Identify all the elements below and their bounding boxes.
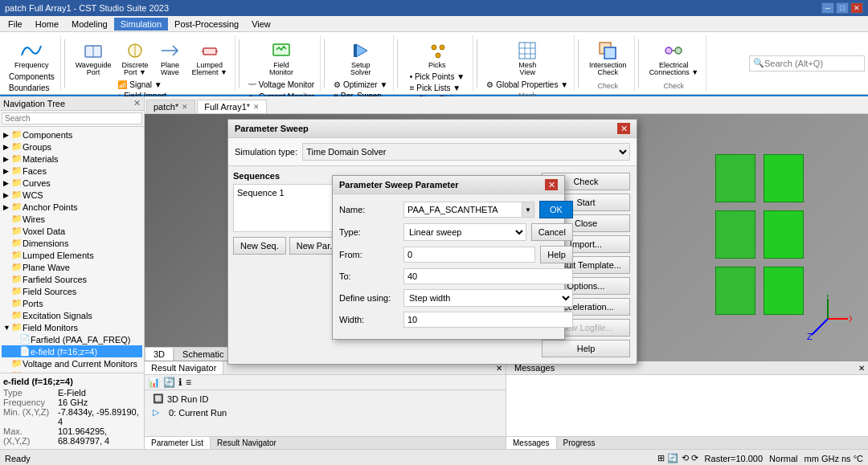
setup-solver-btn[interactable]: SetupSolver <box>346 37 376 80</box>
nav-item-farfield-paa[interactable]: 📄 Farfield (PAA_FA_FREQ) <box>2 333 142 345</box>
nav-item-dimensions[interactable]: 📁 Dimensions <box>2 237 142 249</box>
nav-item-lumped[interactable]: 📁 Lumped Elements <box>2 249 142 261</box>
maximize-btn[interactable]: □ <box>836 2 849 14</box>
nav-item-ports[interactable]: 📁 Ports <box>2 297 142 309</box>
param-ok-btn[interactable]: OK <box>539 201 573 218</box>
nav-item-voltage-current[interactable]: 📁 Voltage and Current Monitors <box>2 357 142 369</box>
status-icon-4[interactable]: ⟳ <box>691 453 698 463</box>
nav-tree-area: ▶ 📁 Components ▶ 📁 Groups ▶ 📁 Materials … <box>0 127 144 373</box>
pick-lists-btn[interactable]: ≡ Pick Lists ▼ <box>407 83 467 93</box>
result-nav-btn2[interactable]: 🔄 <box>163 377 175 388</box>
ribbon-btn-frequency[interactable]: Frequency <box>10 37 53 72</box>
messages-close-icon[interactable]: ✕ <box>855 364 868 373</box>
search-input[interactable] <box>764 59 861 68</box>
param-list-tab[interactable]: Parameter List <box>145 437 211 449</box>
nav-item-anchor[interactable]: ▶ 📁 Anchor Points <box>2 201 142 213</box>
status-icon-1[interactable]: ⊞ <box>657 453 665 463</box>
result-nav-tab[interactable]: Result Navigator <box>145 361 223 374</box>
waveguide-icon <box>82 39 104 62</box>
nav-item-groups[interactable]: ▶ 📁 Groups <box>2 141 142 153</box>
picks-btn[interactable]: Picks <box>418 37 457 72</box>
pick-points-btn[interactable]: • Pick Points ▼ <box>407 71 467 82</box>
status-icon-2[interactable]: 🔄 <box>667 453 678 463</box>
param-name-combo: ▼ <box>403 202 534 218</box>
result-item-3d-run[interactable]: 🔲 3D Run ID <box>146 392 504 406</box>
doc-tab-fullarray[interactable]: Full Array1* ✕ <box>197 100 267 113</box>
menu-view[interactable]: View <box>245 18 277 31</box>
boundaries-btn[interactable]: Boundaries <box>6 83 57 93</box>
param-name-input[interactable] <box>403 202 522 218</box>
param-type-select[interactable]: Linear sweep Logarithmic sweep Manual <box>403 223 526 241</box>
search-box[interactable]: 🔍 <box>749 55 865 71</box>
electrical-connections-btn[interactable]: ElectricalConnections ▼ <box>645 37 702 80</box>
folder-icon: 📁 <box>11 310 23 320</box>
ribbon: Frequency Components Boundaries Settings <box>0 32 868 96</box>
param-from-input[interactable] <box>403 247 535 263</box>
nav-item-field-monitors[interactable]: ▼ 📁 Field Monitors <box>2 321 142 333</box>
param-define-select[interactable]: Step width Steps <box>403 289 573 307</box>
param-width-input[interactable] <box>403 312 573 328</box>
nav-item-curves[interactable]: ▶ 📁 Curves <box>2 177 142 189</box>
result-nav-tab2[interactable]: Result Navigator <box>211 437 283 449</box>
discrete-port-btn[interactable]: DiscretePort ▼ <box>117 37 152 80</box>
nav-item-materials[interactable]: ▶ 📁 Materials <box>2 153 142 165</box>
result-nav-close-btn[interactable]: ✕ <box>493 364 506 373</box>
background-btn[interactable]: Components <box>6 71 57 82</box>
nav-item-field-sources[interactable]: 📁 Field Sources <box>2 285 142 297</box>
signal-btn[interactable]: 📶 Signal ▼ <box>115 80 187 90</box>
result-nav-btn4[interactable]: ≡ <box>186 377 191 388</box>
info-freq-value: 16 GHz <box>58 398 88 407</box>
progress-tab[interactable]: Progress <box>557 437 602 449</box>
param-name-dropdown-btn[interactable]: ▼ <box>522 202 534 218</box>
menu-modeling[interactable]: Modeling <box>65 18 114 31</box>
nav-item-voxel[interactable]: 📁 Voxel Data <box>2 225 142 237</box>
waveguide-port-btn[interactable]: WaveguidePort <box>72 37 116 80</box>
param-cancel-btn[interactable]: Cancel <box>531 223 573 241</box>
param-to-input[interactable] <box>403 268 573 284</box>
nav-tree-search-input[interactable] <box>2 112 142 124</box>
minimize-btn[interactable]: ─ <box>821 2 834 14</box>
voltage-monitor-btn[interactable]: 〰 Voltage Monitor <box>246 80 317 90</box>
doc-tab-fullarray-close[interactable]: ✕ <box>253 103 260 111</box>
doc-tab-patch-close[interactable]: ✕ <box>182 103 188 111</box>
view-tab-schematic[interactable]: Schematic <box>174 347 232 361</box>
result-item-current-run[interactable]: ▷ 0: Current Run <box>146 406 504 419</box>
field-monitor-btn[interactable]: FieldMonitor <box>265 37 297 80</box>
sweep-help-btn[interactable]: Help <box>542 340 630 357</box>
menu-file[interactable]: File <box>2 18 29 31</box>
nav-tree-close-btn[interactable]: ✕ <box>133 98 141 108</box>
sweep-dialog-title-bar[interactable]: Parameter Sweep ✕ <box>228 120 637 138</box>
nav-item-plane-wave[interactable]: 📁 Plane Wave <box>2 261 142 273</box>
result-nav-btn3[interactable]: ℹ <box>178 377 182 388</box>
menu-postprocessing[interactable]: Post-Processing <box>168 18 245 31</box>
result-nav-btn1[interactable]: 📊 <box>148 377 160 388</box>
nav-item-efield[interactable]: 📄 e-field (f=16;z=4) <box>2 345 142 357</box>
sweep-dialog-close-btn[interactable]: ✕ <box>617 123 630 134</box>
close-btn[interactable]: ✕ <box>850 2 863 14</box>
messages-tab[interactable]: Messages <box>506 437 557 449</box>
nav-item-excitation[interactable]: 📁 Excitation Signals <box>2 309 142 321</box>
optimizer-btn[interactable]: ⚙ Optimizer ▼ <box>331 80 390 90</box>
intersection-check-btn[interactable]: IntersectionCheck <box>585 37 631 80</box>
nav-item-faces[interactable]: ▶ 📁 Faces <box>2 165 142 177</box>
view-tab-3d[interactable]: 3D <box>145 347 174 361</box>
plane-wave-btn[interactable]: PlaneWave <box>154 37 185 80</box>
sweep-sim-type-select[interactable]: Time Domain Solver <box>302 143 630 161</box>
param-dialog-close-btn[interactable]: ✕ <box>545 179 558 190</box>
global-props-btn[interactable]: ⚙ Global Properties ▼ <box>484 80 571 90</box>
electrical-connections-label: ElectricalConnections ▼ <box>649 62 698 78</box>
nav-item-wires[interactable]: 📁 Wires <box>2 213 142 225</box>
param-help-btn[interactable]: Help <box>540 246 573 263</box>
lumped-element-btn[interactable]: LumpedElement ▼ <box>187 37 231 80</box>
folder-icon: 📁 <box>11 202 23 212</box>
nav-item-farfield-sources[interactable]: 📁 Farfield Sources <box>2 273 142 285</box>
menu-simulation[interactable]: Simulation <box>114 18 168 31</box>
menu-home[interactable]: Home <box>29 18 65 31</box>
doc-tab-patch[interactable]: patch* ✕ <box>146 100 195 113</box>
nav-item-components[interactable]: ▶ 📁 Components <box>2 128 142 141</box>
new-seq-btn[interactable]: New Seq. <box>233 237 286 255</box>
param-dialog-title-bar[interactable]: Parameter Sweep Parameter ✕ <box>333 176 564 194</box>
nav-item-wcs[interactable]: ▶ 📁 WCS <box>2 189 142 201</box>
mesh-view-btn[interactable]: MeshView <box>512 37 542 80</box>
status-icon-3[interactable]: ⟲ <box>682 453 689 463</box>
